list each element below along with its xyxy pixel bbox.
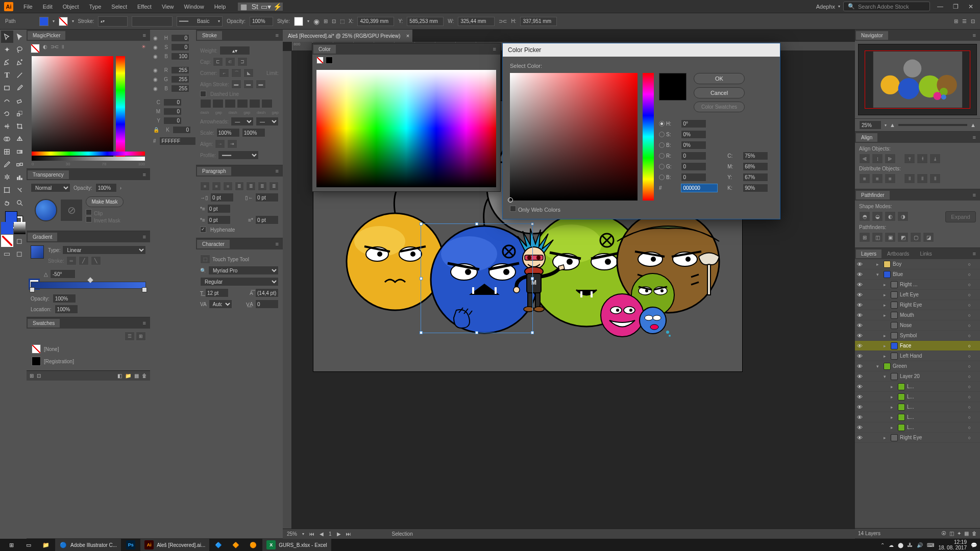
k-input[interactable] [173, 126, 191, 134]
menu-edit[interactable]: Edit [38, 0, 58, 13]
s-radio[interactable] [659, 132, 665, 137]
fill-swatch[interactable] [39, 17, 48, 26]
layer-name[interactable]: L... [907, 404, 966, 410]
arrow-end[interactable]: — [256, 117, 279, 126]
divide-btn[interactable]: ⊞ [859, 232, 870, 242]
registration-swatch[interactable] [32, 357, 41, 366]
layer-name[interactable]: Right ... [900, 282, 966, 287]
space-after[interactable] [255, 215, 279, 224]
visibility-icon[interactable]: 👁 [857, 343, 864, 349]
clip-checkbox[interactable]: Clip [94, 211, 103, 216]
menu-help[interactable]: Help [209, 0, 231, 13]
expand-icon[interactable]: ▾ [876, 272, 881, 277]
tray-steam-icon[interactable]: ⬤ [898, 542, 903, 548]
dist-right-btn[interactable]: ⦀ [929, 173, 941, 184]
minus-front-btn[interactable]: ◒ [872, 211, 883, 221]
color-mode-icon[interactable] [1, 222, 13, 234]
r-radio[interactable] [659, 153, 665, 159]
arrow-scale-2[interactable] [242, 128, 265, 137]
minimize-icon[interactable]: — [935, 3, 945, 10]
layer-name[interactable]: Boy [893, 261, 966, 267]
layer-row[interactable]: 👁▸L...○ [855, 422, 980, 433]
cp-s-input[interactable] [681, 130, 706, 139]
cap-square[interactable]: ⊐ [237, 57, 248, 66]
stroke-weight-input[interactable]: ▴▾ [219, 46, 250, 55]
visibility-icon[interactable]: 👁 [857, 292, 864, 298]
width-tool[interactable] [1, 120, 13, 132]
layer-row[interactable]: 👁▾Blue○ [855, 269, 980, 280]
eyedropper-tool[interactable] [1, 158, 13, 170]
cp-hex-input[interactable] [681, 184, 718, 192]
invert-mask-checkbox[interactable]: Invert Mask [94, 218, 120, 223]
outline-btn[interactable]: ▢ [910, 232, 921, 242]
symbol-sprayer-tool[interactable]: ✲ [1, 171, 13, 183]
cp-hue-strip[interactable] [643, 73, 654, 201]
align-icon[interactable]: ⊞ [324, 18, 328, 24]
menu-file[interactable]: File [18, 0, 38, 13]
zoom-tool[interactable] [14, 196, 26, 209]
layers-tab[interactable]: Layers [856, 249, 881, 258]
restore-icon[interactable]: ❐ [950, 3, 961, 10]
tray-network-icon[interactable]: 🖧 [908, 542, 913, 548]
visibility-icon[interactable]: 👁 [857, 282, 864, 288]
transparency-tab[interactable]: Transparency [28, 170, 69, 179]
expand-icon[interactable]: ▸ [884, 292, 889, 297]
panel-menu-icon[interactable]: ≡ [140, 171, 149, 178]
document-tab[interactable]: Aleš [Recovered].ai* @ 25% (RGB/GPU Prev… [283, 30, 413, 42]
color-swatches-button[interactable]: Color Swatches [694, 102, 745, 112]
target-icon[interactable]: ○ [968, 262, 971, 267]
exclude-btn[interactable]: ◑ [897, 211, 909, 221]
menu-type[interactable]: Type [84, 0, 107, 13]
panel-menu-icon[interactable]: ≡ [273, 168, 282, 174]
tray-up-icon[interactable]: ⌃ [880, 542, 885, 548]
corner-miter[interactable]: ⌐ [219, 68, 229, 78]
mp-swatch-icon[interactable] [31, 44, 40, 53]
recolor-icon[interactable]: ◉ [313, 17, 320, 26]
gradient-tab[interactable]: Gradient [28, 233, 57, 241]
visibility-icon[interactable]: 👁 [857, 373, 864, 380]
expand-icon[interactable]: ▸ [884, 343, 889, 348]
cp-y-input[interactable] [743, 173, 768, 182]
layer-row[interactable]: 👁▾Green○ [855, 361, 980, 371]
zoom-display[interactable]: 25% [287, 531, 297, 537]
taskbar-app2[interactable]: 🔶 [228, 539, 244, 551]
layer-name[interactable]: Layer 20 [900, 373, 966, 379]
nav-next-icon[interactable]: ▶ [337, 531, 341, 537]
none-swatch-icon[interactable] [316, 57, 324, 64]
layer-name[interactable]: Symbol [900, 333, 966, 338]
arrow-start[interactable]: — [231, 117, 254, 126]
delete-layer-icon[interactable]: 🗑 [972, 531, 977, 536]
black-swatch-icon[interactable] [326, 57, 333, 64]
stock-icon[interactable]: St [249, 3, 260, 11]
s-input[interactable] [171, 43, 189, 51]
close-icon[interactable]: ✕ [966, 3, 976, 10]
panel-menu-icon[interactable]: ≡ [490, 46, 499, 52]
gradient-stop-right[interactable] [142, 287, 147, 292]
edit-icon[interactable]: ☰ [962, 18, 967, 24]
trim-btn[interactable]: ◫ [872, 232, 883, 242]
gradient-mode-icon[interactable] [14, 222, 26, 234]
cp-saturation-value[interactable] [510, 73, 638, 201]
target-icon[interactable]: ○ [968, 313, 971, 318]
expand-icon[interactable]: ▸ [891, 405, 896, 410]
x-input[interactable] [357, 17, 394, 26]
expand-icon[interactable]: ▸ [884, 354, 889, 359]
hyphenate-checkbox[interactable] [200, 227, 206, 233]
target-icon[interactable]: ○ [968, 292, 971, 297]
corner-round[interactable]: ⌒ [231, 68, 241, 78]
lock-icon[interactable]: ◉ [153, 86, 158, 91]
visibility-icon[interactable]: 👁 [857, 261, 864, 267]
user-label[interactable]: Adephx [816, 4, 835, 10]
artboards-tab[interactable]: Artboards [882, 249, 914, 258]
m-input[interactable] [163, 108, 182, 115]
gradient-ramp[interactable] [31, 282, 146, 289]
dist-top-btn[interactable]: ≡ [859, 173, 870, 184]
mesh-tool[interactable] [1, 145, 13, 158]
y-input[interactable] [163, 117, 182, 124]
dist-bottom-btn[interactable]: ≡ [885, 173, 896, 184]
menu-window[interactable]: Window [179, 0, 209, 13]
mask-thumb[interactable]: ⊘ [60, 199, 83, 221]
swatch-list-icon[interactable]: ☰ [125, 332, 135, 341]
tray-lang-icon[interactable]: ⌨ [927, 542, 934, 548]
swatch-lib-icon[interactable]: ⊞ [30, 373, 34, 379]
